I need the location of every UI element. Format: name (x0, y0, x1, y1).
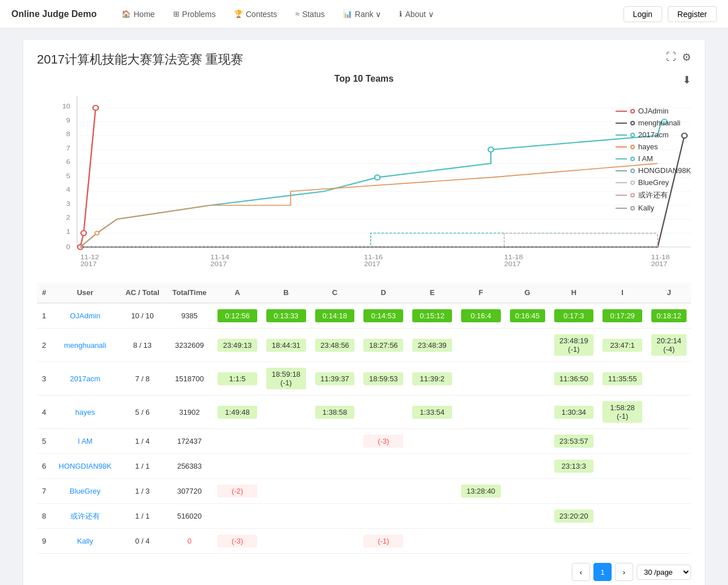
legend-line-hongdian (616, 170, 627, 171)
table-row: 3 2017acm 7 / 8 1518700 1:1:518:59:18(-1… (37, 362, 691, 395)
problem-cell-H: 0:17:3 (550, 303, 599, 329)
user-link[interactable]: Kally (77, 537, 93, 545)
rank-cell: 2 (37, 329, 51, 362)
legend-hongdian: HONGDIAN98K (616, 166, 691, 175)
svg-text:0: 0 (66, 243, 70, 250)
nav-problems[interactable]: ⊞Problems (165, 0, 224, 28)
nav-home[interactable]: 🏠Home (114, 0, 162, 28)
ac-total-cell: 1 / 1 (119, 454, 166, 479)
legend-2017acm: 2017acm (616, 131, 691, 139)
problem-cell-C (311, 479, 359, 504)
page-1-button[interactable]: 1 (593, 563, 612, 581)
settings-icon[interactable]: ⚙ (682, 51, 691, 64)
user-link[interactable]: menghuanali (64, 341, 106, 350)
ac-total-cell: 7 / 8 (119, 362, 166, 395)
total-time-cell: 516020 (166, 504, 213, 529)
table-header: # User AC / Total TotalTime A B C D E F … (37, 283, 691, 303)
ac-total-cell: 5 / 6 (119, 395, 166, 429)
next-page-button[interactable]: › (615, 563, 633, 581)
register-button[interactable]: Register (668, 6, 717, 22)
col-d: D (359, 283, 408, 303)
col-h: H (550, 283, 599, 303)
user-link[interactable]: 或许还有 (70, 512, 100, 520)
rank-cell: 9 (37, 529, 51, 554)
problem-cell-J (647, 395, 691, 429)
problem-cell-A: (-3) (213, 529, 262, 554)
nav-about[interactable]: ℹAbout ∨ (391, 0, 441, 28)
col-e: E (408, 283, 457, 303)
user-cell: menghuanali (51, 329, 119, 362)
nav-status[interactable]: ≈Status (287, 0, 333, 28)
legend-iam: I AM (616, 154, 691, 163)
problem-cell-E: 0:15:12 (408, 303, 457, 329)
legend-label-iam: I AM (638, 154, 653, 163)
nav-contests[interactable]: 🏆Contests (226, 0, 285, 28)
problem-cell-I (598, 529, 647, 554)
user-link[interactable]: 2017acm (70, 374, 100, 383)
nav-rank[interactable]: 📊Rank ∨ (335, 0, 390, 28)
legend-line-hayes (616, 146, 627, 148)
problem-cell-J (647, 529, 691, 554)
problem-cell-G: 0:16:45 (505, 303, 550, 329)
problem-cell-B: 0:13:33 (262, 303, 311, 329)
page-size-select[interactable]: 30 /page 50 /page 100 /page (637, 565, 691, 580)
svg-text:10: 10 (62, 103, 70, 110)
rank-cell: 3 (37, 362, 51, 395)
user-cell: HONGDIAN98K (51, 454, 119, 479)
grid-icon: ⊞ (173, 10, 179, 18)
total-time-cell: 172437 (166, 429, 213, 454)
svg-text:4: 4 (66, 186, 70, 193)
login-button[interactable]: Login (624, 6, 662, 22)
chart-wrap: 0 1 2 3 4 5 6 7 8 (37, 90, 691, 271)
problem-cell-A: (-2) (213, 479, 262, 504)
legend-line-bluegrey (616, 182, 627, 183)
problem-cell-G (505, 454, 550, 479)
svg-text:2017: 2017 (504, 260, 521, 268)
user-link[interactable]: OJAdmin (70, 312, 100, 320)
svg-point-38 (375, 175, 380, 180)
rank-cell: 6 (37, 454, 51, 479)
user-link[interactable]: BlueGrey (70, 487, 101, 495)
legend-label-hongdian: HONGDIAN98K (638, 166, 691, 175)
user-link[interactable]: HONGDIAN98K (58, 462, 111, 470)
problem-cell-J (647, 362, 691, 395)
problem-cell-G (505, 529, 550, 554)
legend-dot-ojadmin (630, 109, 635, 113)
svg-text:2: 2 (66, 214, 70, 221)
status-icon: ≈ (295, 10, 299, 18)
home-icon: 🏠 (122, 10, 131, 18)
problem-cell-E: 11:39:2 (408, 362, 457, 395)
prev-page-button[interactable]: ‹ (572, 563, 590, 581)
legend-label-huoxu: 或许还有 (638, 190, 668, 200)
col-rank: # (37, 283, 51, 303)
problem-cell-E: 23:48:39 (408, 329, 457, 362)
svg-text:2017: 2017 (80, 260, 97, 268)
legend-ojadmin: OJAdmin (616, 107, 691, 115)
problem-cell-F: 0:16:4 (457, 303, 505, 329)
problem-cell-J (647, 429, 691, 454)
problem-cell-A: 1:1:5 (213, 362, 262, 395)
svg-point-41 (95, 232, 99, 235)
col-user: User (51, 283, 119, 303)
user-link[interactable]: hayes (76, 408, 95, 416)
download-icon[interactable]: ⬇ (683, 74, 691, 86)
svg-text:1: 1 (66, 228, 70, 235)
problem-cell-C: 11:39:37 (311, 362, 359, 395)
problem-cell-C (311, 504, 359, 529)
problem-cell-G (505, 329, 550, 362)
fullscreen-icon[interactable]: ⛶ (666, 51, 676, 64)
problem-cell-D: (-1) (359, 529, 408, 554)
table-row: 2 menghuanali 8 / 13 3232609 23:49:1318:… (37, 329, 691, 362)
problem-cell-F (457, 362, 505, 395)
legend-line-kally (616, 208, 627, 209)
legend-menghuanali: menghuanali (616, 119, 691, 127)
legend-dot-menghuanali (630, 121, 635, 125)
rank-cell: 7 (37, 479, 51, 504)
user-link[interactable]: I AM (78, 437, 93, 445)
table-row: 4 hayes 5 / 6 31902 1:49:481:38:581:33:5… (37, 395, 691, 429)
problem-cell-D: 18:59:53 (359, 362, 408, 395)
nav-right: Login Register (624, 6, 717, 22)
svg-text:11-16: 11-16 (364, 253, 383, 260)
col-j: J (647, 283, 691, 303)
problem-cell-B (262, 395, 311, 429)
